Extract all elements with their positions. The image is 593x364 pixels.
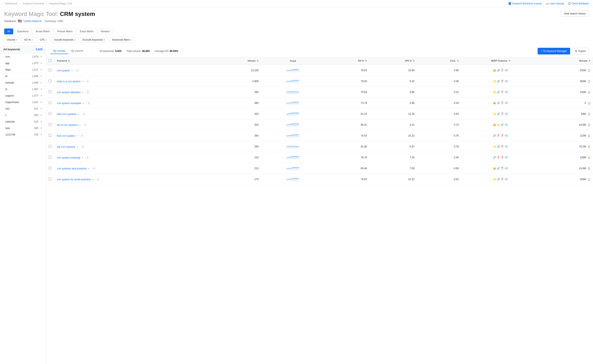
results-copy-icon[interactable]: 📋	[587, 178, 591, 181]
add-keyword-button[interactable]: +	[96, 177, 100, 181]
add-keyword-button[interactable]: +	[75, 68, 79, 72]
breadcrumb-keyword-overview[interactable]: Keyword Overview	[23, 2, 44, 5]
th-serp[interactable]: SERP Features ⇅	[461, 57, 540, 65]
results-copy-icon[interactable]: 📋	[587, 91, 591, 93]
keyword-dropdown-icon[interactable]: ▾	[77, 146, 78, 148]
eye-icon[interactable]: 👁	[40, 94, 43, 97]
list-item[interactable]: › c 803 👁	[0, 112, 46, 118]
results-copy-icon[interactable]: 📋	[587, 80, 591, 83]
keyword-dropdown-icon[interactable]: ▾	[77, 135, 78, 137]
results-copy-icon[interactable]: 📋	[587, 135, 591, 137]
list-item[interactable]: › netsuite 1,669 👁	[0, 80, 46, 86]
keyword-dropdown-icon[interactable]: ▾	[79, 124, 80, 126]
add-keyword-button[interactable]: +	[80, 144, 85, 149]
add-to-keyword-manager-button[interactable]: + To Keyword Manager	[538, 48, 570, 54]
keyword-link[interactable]: best crm systems	[57, 113, 77, 116]
tab-related[interactable]: Related	[98, 28, 113, 34]
th-volume[interactable]: Volume ⇅	[209, 57, 261, 65]
by-number-btn[interactable]: By number	[50, 48, 68, 54]
row-checkbox[interactable]	[49, 156, 51, 159]
list-item[interactable]: › id 1,669 👁	[0, 73, 46, 80]
keyword-dropdown-icon[interactable]: ▾	[82, 91, 83, 94]
add-keyword-button[interactable]: +	[85, 156, 90, 160]
eye-icon[interactable]: 👁	[40, 120, 43, 123]
keyword-link[interactable]: crm system definition	[57, 91, 81, 94]
results-copy-icon[interactable]: 📋	[587, 145, 591, 148]
eye-icon[interactable]: 👁	[40, 133, 43, 136]
results-copy-icon[interactable]: 📋	[587, 113, 591, 115]
keyword-dropdown-icon[interactable]: ▾	[83, 102, 84, 104]
row-checkbox[interactable]	[49, 134, 51, 137]
view-history-button[interactable]: View search history	[561, 11, 589, 17]
cpc-filter[interactable]: CPC ▾	[37, 37, 50, 43]
row-checkbox[interactable]	[49, 80, 51, 82]
results-copy-icon[interactable]: 📋	[587, 156, 591, 159]
th-trend[interactable]: Trend	[261, 57, 324, 65]
list-item[interactable]: › 1131749 526 👁	[0, 131, 46, 138]
user-manual-link[interactable]: 📖 User manual	[546, 2, 564, 5]
breadcrumb-dashboard[interactable]: Dashboard	[5, 2, 17, 5]
keyword-dropdown-icon[interactable]: ▾	[72, 69, 73, 72]
advanced-filters-filter[interactable]: Advanced filters ▾	[109, 37, 134, 43]
tab-exact-match[interactable]: Exact Match	[77, 28, 97, 34]
list-item[interactable]: › support 1,077 👁	[0, 93, 46, 99]
eye-icon[interactable]: 👁	[40, 107, 43, 110]
row-checkbox[interactable]	[49, 145, 51, 148]
tab-phrase-match[interactable]: Phrase Match	[54, 28, 76, 34]
keyword-dropdown-icon[interactable]: ▾	[92, 178, 93, 181]
tab-broad-match[interactable]: Broad Match	[33, 28, 53, 34]
export-button[interactable]: ⬆ Export	[572, 48, 589, 54]
keyword-link[interactable]: top crm systems	[57, 145, 75, 148]
list-item[interactable]: › app 1,673 👁	[0, 60, 46, 67]
list-item[interactable]: › supportcase 1,051 👁	[0, 99, 46, 105]
add-keyword-button[interactable]: +	[80, 134, 84, 138]
row-checkbox[interactable]	[49, 123, 51, 126]
keyword-research-course-link[interactable]: 📘 Keyword Research course	[508, 2, 542, 5]
results-copy-icon[interactable]: 📋	[587, 124, 591, 126]
eye-icon[interactable]: 👁	[40, 101, 43, 104]
eye-icon[interactable]: 👁	[40, 114, 43, 117]
th-kd[interactable]: KD % ⇅	[324, 57, 369, 65]
row-checkbox[interactable]	[49, 178, 51, 180]
results-copy-icon[interactable]: 📋	[587, 167, 591, 170]
row-checkbox[interactable]	[49, 91, 51, 93]
eye-icon[interactable]: 👁	[40, 127, 43, 130]
eye-icon[interactable]: 👁	[40, 62, 43, 65]
list-item[interactable]: › nl 1,667 👁	[0, 86, 46, 93]
keyword-link[interactable]: crm system for small business	[57, 178, 91, 181]
results-copy-icon[interactable]: 📋	[587, 69, 591, 72]
send-feedback-link[interactable]: 💬 Send feedback	[568, 2, 589, 5]
th-cpc[interactable]: CPC $ ⇅	[369, 57, 417, 65]
row-checkbox[interactable]	[49, 167, 51, 169]
keyword-link[interactable]: crm system meaning	[57, 156, 80, 159]
eye-icon[interactable]: 👁	[40, 75, 43, 78]
keyword-dropdown-icon[interactable]: ▾	[82, 80, 83, 83]
include-keywords-filter[interactable]: Include keywords ▾	[51, 37, 78, 43]
list-item[interactable]: › https 1,671 👁	[0, 67, 46, 73]
keyword-link[interactable]: list of crm systems	[57, 124, 78, 126]
keyword-link[interactable]: crm systems and practices	[57, 167, 87, 170]
keyword-link[interactable]: free crm system	[57, 135, 75, 137]
add-keyword-button[interactable]: +	[86, 79, 90, 83]
list-item[interactable]: › com 1,679 👁	[0, 54, 46, 60]
th-com[interactable]: Com. ⇅	[417, 57, 461, 65]
keyword-dropdown-icon[interactable]: ▾	[82, 156, 83, 159]
add-keyword-button[interactable]: +	[87, 101, 91, 105]
keyword-dropdown-icon[interactable]: ▾	[78, 113, 80, 115]
select-all-checkbox[interactable]	[49, 59, 51, 62]
th-keyword[interactable]: Keyword ⇅	[54, 57, 209, 65]
keyword-link[interactable]: crm system examples	[57, 102, 81, 105]
row-checkbox[interactable]	[49, 112, 51, 115]
add-keyword-button[interactable]: +	[92, 166, 96, 170]
by-volume-btn[interactable]: By volume	[68, 48, 86, 54]
th-results[interactable]: Results ⇅	[540, 57, 593, 65]
list-item[interactable]: › calendar 610 👁	[0, 118, 46, 125]
volume-filter[interactable]: Volume ▾	[4, 37, 20, 43]
keyword-dropdown-icon[interactable]: ▾	[88, 167, 90, 170]
exclude-keywords-filter[interactable]: Exclude keywords ▾	[80, 37, 107, 43]
eye-icon[interactable]: 👁	[40, 68, 43, 71]
add-keyword-button[interactable]: +	[86, 90, 90, 94]
list-item[interactable]: › task 585 👁	[0, 125, 46, 131]
kd-filter[interactable]: KD % ▾	[22, 37, 35, 43]
row-checkbox[interactable]	[49, 69, 51, 72]
